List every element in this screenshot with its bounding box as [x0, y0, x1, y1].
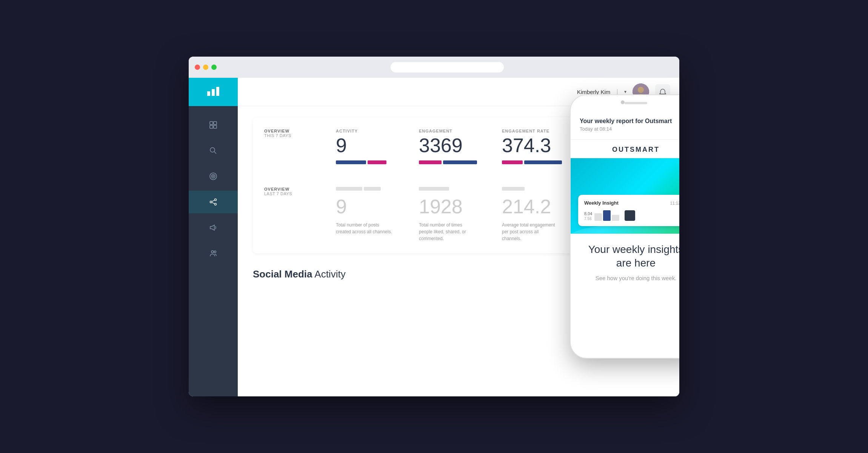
activity-last-bar2: [364, 187, 381, 191]
phone-camera: [621, 100, 625, 104]
engagement-last-col: 1928 Total number of times people liked,…: [419, 187, 479, 242]
activity-label: ACTIVITY: [336, 129, 396, 133]
banner-card-square: [625, 210, 635, 221]
sidebar-item-share[interactable]: [189, 191, 238, 213]
phone-subtext: See how you're doing this week.: [580, 275, 679, 281]
activity-last-value: 9: [336, 197, 396, 216]
phone-banner-card: Weekly Insight 11:12 AM 8.04 7.56: [578, 195, 679, 226]
engagement-rate-desc: Average total engagement per post across…: [502, 222, 559, 242]
sidebar-item-search[interactable]: [189, 139, 238, 162]
overview-last-title: OVERVIEW: [264, 187, 313, 191]
sidebar-nav: [189, 106, 238, 265]
outsmart-logo-text: OUTSMART: [571, 140, 679, 158]
activity-bar-primary: [336, 160, 366, 164]
svg-rect-4: [214, 122, 217, 125]
svg-rect-3: [210, 122, 213, 125]
svg-point-18: [211, 251, 214, 253]
engagement-rate-last-col: 214.2 Average total engagement per post …: [502, 187, 562, 242]
engagement-bar-secondary: [419, 160, 442, 164]
svg-rect-6: [214, 125, 217, 128]
engagement-rate-last-bars: [502, 187, 562, 191]
engagement-col: ENGAGEMENT 3369: [419, 129, 479, 176]
user-name: Kimberly Kim: [577, 89, 610, 95]
activity-col: ACTIVITY 9: [336, 129, 396, 176]
phone-headline: Your weekly insights are here: [580, 243, 679, 270]
svg-rect-5: [210, 125, 213, 128]
engagement-rate-bar-secondary: [502, 160, 523, 164]
activity-last-bar1: [336, 187, 362, 191]
phone-bottom-content: Your weekly insights are here See how yo…: [571, 234, 679, 290]
banner-card-header: Weekly Insight 11:12 AM: [584, 200, 679, 206]
phone-banner: Weekly Insight 11:12 AM 8.04 7.56: [571, 158, 679, 234]
svg-line-15: [212, 202, 214, 204]
phone-content: Your weekly report for Outsmart Today at…: [571, 110, 679, 358]
activity-bars: [336, 160, 396, 164]
notification-time: Today at 08:14: [580, 126, 679, 132]
engagement-rate-value: 374.3: [502, 136, 562, 155]
svg-line-8: [214, 152, 217, 154]
svg-point-11: [212, 176, 214, 177]
banner-value2: 7.56: [584, 217, 592, 221]
mini-bar-3: [612, 215, 619, 221]
url-input[interactable]: outsmart.io: [391, 62, 504, 72]
svg-line-16: [212, 200, 214, 202]
svg-rect-0: [207, 91, 210, 96]
svg-point-9: [210, 173, 217, 180]
logo-icon: [207, 85, 219, 99]
engagement-last-value: 1928: [419, 197, 479, 216]
engagement-rate-last-bar1: [502, 187, 525, 191]
engagement-last-bar1: [419, 187, 449, 191]
minimize-button[interactable]: [203, 65, 208, 70]
engagement-rate-label: ENGAGEMENT RATE: [502, 129, 562, 133]
engagement-rate-bar-primary: [524, 160, 562, 164]
svg-point-12: [215, 199, 217, 201]
engagement-label: ENGAGEMENT: [419, 129, 479, 133]
engagement-desc: Total number of times people liked, shar…: [419, 222, 476, 242]
banner-card-time: 11:12 AM: [670, 201, 679, 205]
svg-rect-2: [216, 87, 219, 96]
activity-desc: Total number of posts created across all…: [336, 222, 392, 235]
svg-marker-17: [210, 225, 214, 230]
notification-title: Your weekly report for Outsmart: [580, 118, 679, 125]
mini-bar-2: [603, 210, 611, 221]
engagement-last-bars: [419, 187, 479, 191]
activity-bar-secondary: [368, 160, 386, 164]
sidebar-item-analytics[interactable]: [189, 114, 238, 136]
phone-speaker: [625, 102, 647, 104]
svg-point-13: [210, 201, 212, 203]
close-button[interactable]: [195, 65, 200, 70]
engagement-rate-bars: [502, 160, 562, 164]
engagement-bar-primary: [443, 160, 477, 164]
sidebar-item-target[interactable]: [189, 165, 238, 188]
browser-chrome: outsmart.io: [189, 57, 679, 78]
mini-bar-1: [594, 213, 602, 221]
maximize-button[interactable]: [211, 65, 217, 70]
sidebar-item-megaphone[interactable]: [189, 216, 238, 239]
browser-window: outsmart.io: [189, 57, 679, 396]
phone-notification: Your weekly report for Outsmart Today at…: [571, 110, 679, 140]
traffic-lights: [195, 65, 217, 70]
banner-card-title: Weekly Insight: [584, 200, 619, 206]
svg-point-19: [214, 251, 216, 253]
svg-point-7: [210, 148, 215, 152]
svg-point-10: [211, 174, 215, 178]
banner-value1: 8.04: [584, 211, 592, 216]
engagement-rate-last-value: 214.2: [502, 197, 562, 216]
sidebar-logo: [189, 78, 238, 106]
overview-this-period: THIS 7 DAYS: [264, 133, 313, 138]
svg-point-14: [215, 203, 217, 205]
engagement-rate-col: ENGAGEMENT RATE 374.3: [502, 129, 562, 176]
overview-last-period: LAST 7 DAYS: [264, 191, 313, 196]
sidebar: [189, 78, 238, 396]
overview-this-title: OVERVIEW: [264, 129, 313, 133]
chevron-down-icon[interactable]: ▾: [624, 89, 626, 94]
address-bar: outsmart.io: [221, 62, 673, 72]
overview-last-label: OVERVIEW LAST 7 DAYS: [264, 187, 313, 242]
activity-value: 9: [336, 136, 396, 155]
sidebar-item-people[interactable]: [189, 242, 238, 265]
svg-point-21: [638, 87, 644, 93]
engagement-bars: [419, 160, 479, 164]
phone-mockup: Your weekly report for Outsmart Today at…: [570, 94, 679, 359]
banner-mini-bars: [594, 210, 619, 221]
overview-this-label: OVERVIEW THIS 7 DAYS: [264, 129, 313, 176]
